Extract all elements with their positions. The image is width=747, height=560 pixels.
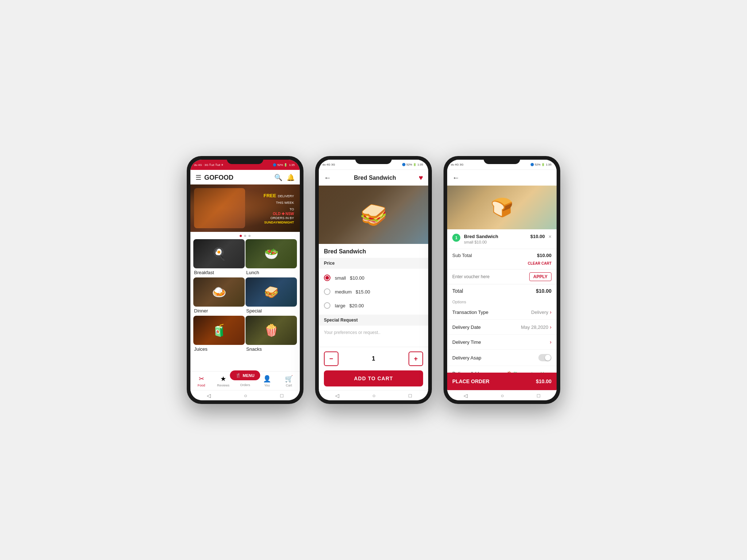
- header-left: ☰ GOFOOD: [196, 174, 233, 182]
- home-btn-2[interactable]: ○: [372, 393, 375, 398]
- lunch-image: [245, 239, 297, 268]
- delivery-asap-label: Delivery Asap: [452, 355, 481, 361]
- phone-1: du 4G · 3G ⠿ull ⠿ull ✈ 🔵 52% 🔋 1:35 ☰ GO…: [187, 156, 303, 404]
- food-image: 🥪: [319, 186, 428, 244]
- option-medium-label: medium $15.00: [335, 289, 370, 295]
- cart-item-price: $10.00: [530, 234, 545, 239]
- category-lunch[interactable]: Lunch: [245, 239, 297, 275]
- option-small[interactable]: small $10.00: [324, 271, 423, 285]
- status-left-1: du 4G · 3G ⠿ull ⠿ull ✈: [194, 163, 224, 167]
- food-nav-label: Food: [198, 384, 205, 387]
- notch-1: [227, 156, 263, 164]
- add-to-cart-button[interactable]: ADD TO CART: [324, 370, 423, 386]
- category-special[interactable]: Special: [245, 277, 297, 314]
- dinner-label: Dinner: [194, 308, 245, 314]
- back-btn-3[interactable]: ◁: [464, 393, 468, 398]
- recents-btn-1[interactable]: □: [280, 393, 283, 398]
- home-btn-1[interactable]: ○: [244, 393, 247, 398]
- transaction-type-val-text: Delivery: [531, 310, 548, 315]
- transaction-type-row[interactable]: Transaction Type Delivery ›: [447, 305, 557, 320]
- item-title: Bred Sandwich: [354, 175, 396, 181]
- dot-2[interactable]: [244, 235, 246, 237]
- category-breakfast[interactable]: Breakfast: [193, 239, 245, 275]
- delivery-asap-toggle[interactable]: [538, 354, 551, 361]
- dinner-image: [193, 277, 245, 307]
- notch-3: [484, 156, 520, 164]
- status-right-3: 🔵 52% 🔋 1:35: [530, 163, 551, 166]
- place-order-price: $10.00: [536, 378, 551, 384]
- chevron-transaction: ›: [550, 309, 551, 315]
- back-btn-2[interactable]: ◁: [335, 393, 339, 398]
- delivery-time-row[interactable]: Delivery Time ›: [447, 335, 557, 350]
- radio-medium[interactable]: [324, 288, 330, 295]
- apply-voucher-button[interactable]: APPLY: [529, 272, 551, 281]
- special-request-input[interactable]: Your preferences or request..: [319, 326, 428, 347]
- home-btn-3[interactable]: ○: [501, 393, 504, 398]
- delivery-date-row[interactable]: Delivery Date May 28,2020 ›: [447, 320, 557, 335]
- option-large-label: large $20.00: [335, 303, 364, 308]
- cart-item-size: small $10.00: [464, 240, 527, 244]
- android-nav-2: ◁ ○ □: [319, 390, 428, 400]
- breakfast-label: Breakfast: [194, 270, 245, 275]
- nav-food[interactable]: ✂ Food: [190, 375, 212, 387]
- item-header: ← Bred Sandwich ♥: [319, 170, 428, 186]
- app-header: ☰ GOFOOD 🔍 🔔: [190, 170, 300, 184]
- favorite-icon[interactable]: ♥: [419, 174, 423, 182]
- android-nav-3: ◁ ○ □: [447, 390, 557, 400]
- chevron-delivery-time: ›: [550, 339, 551, 345]
- order-header: ←: [447, 170, 557, 186]
- clear-cart-row: CLEAR CART: [447, 260, 557, 269]
- header-right: 🔍 🔔: [274, 174, 295, 182]
- status-right-1: 🔵 52% 🔋 1:35: [273, 163, 295, 167]
- notch-2: [355, 156, 392, 164]
- total-row: Total $10.00: [447, 284, 557, 298]
- menu-fab-label: MENU: [243, 373, 254, 378]
- banner-free: FREE DELIVERYTHIS WEEKTO: [264, 192, 294, 212]
- delivery-date-val-text: May 28,2020: [521, 324, 548, 330]
- back-button-3[interactable]: ←: [452, 174, 460, 182]
- breakfast-image: [193, 239, 245, 268]
- clear-cart-button[interactable]: CLEAR CART: [528, 261, 551, 265]
- radio-small[interactable]: [324, 275, 330, 281]
- battery-1: 🔵 52% 🔋: [273, 163, 287, 167]
- bell-icon[interactable]: 🔔: [287, 174, 295, 182]
- quantity-row: − 1 +: [319, 347, 428, 370]
- cart-item-remove-button[interactable]: ×: [549, 234, 551, 240]
- special-request-section: Special Request: [319, 315, 428, 326]
- cart-nav-label: Cart: [286, 384, 292, 387]
- banner-text: FREE DELIVERYTHIS WEEKTO OLD ✚ NSW ORDER…: [264, 192, 294, 224]
- category-juices[interactable]: Juices: [193, 316, 245, 352]
- search-icon[interactable]: 🔍: [274, 174, 282, 182]
- voucher-input[interactable]: [452, 274, 526, 279]
- star-icon: ★: [220, 375, 226, 383]
- dot-1[interactable]: [240, 235, 242, 237]
- qty-minus-button[interactable]: −: [324, 351, 338, 366]
- category-snacks[interactable]: Snacks: [245, 316, 297, 352]
- radio-large[interactable]: [324, 302, 330, 309]
- recents-btn-2[interactable]: □: [409, 393, 411, 398]
- qty-plus-button[interactable]: +: [409, 351, 423, 366]
- phone-2: du 4G 3G 🔵 52% 🔋 1:35 ← Bred Sandwich ♥ …: [315, 156, 432, 404]
- option-large[interactable]: large $20.00: [324, 299, 423, 312]
- back-button[interactable]: ←: [324, 174, 331, 182]
- total-value: $10.00: [536, 288, 551, 294]
- special-image: [245, 277, 297, 307]
- delivery-date-label: Delivery Date: [452, 324, 481, 330]
- category-grid: Breakfast Lunch Dinner Special Juices: [190, 239, 300, 353]
- nav-cart[interactable]: 🛒 Cart: [278, 375, 300, 387]
- order-food-image: 🍞: [447, 186, 557, 229]
- special-label: Special: [246, 308, 297, 314]
- category-dinner[interactable]: Dinner: [193, 277, 245, 314]
- recents-btn-3[interactable]: □: [537, 393, 540, 398]
- dot-3[interactable]: [248, 235, 251, 237]
- back-btn-1[interactable]: ◁: [207, 393, 211, 398]
- juices-image: [193, 316, 245, 345]
- promo-banner: FREE DELIVERYTHIS WEEKTO OLD ✚ NSW ORDER…: [190, 184, 300, 232]
- delivery-address-row[interactable]: Delivery Address 🏠 Please enter addr... …: [447, 366, 557, 373]
- snacks-label: Snacks: [246, 346, 297, 352]
- option-medium[interactable]: medium $15.00: [324, 285, 423, 299]
- menu-fab-button[interactable]: 🍴 MENU: [230, 370, 260, 380]
- hamburger-icon[interactable]: ☰: [196, 174, 201, 182]
- place-order-button[interactable]: PLACE ORDER $10.00: [447, 373, 557, 390]
- banner-orders: ORDERS IN BY: [264, 216, 294, 221]
